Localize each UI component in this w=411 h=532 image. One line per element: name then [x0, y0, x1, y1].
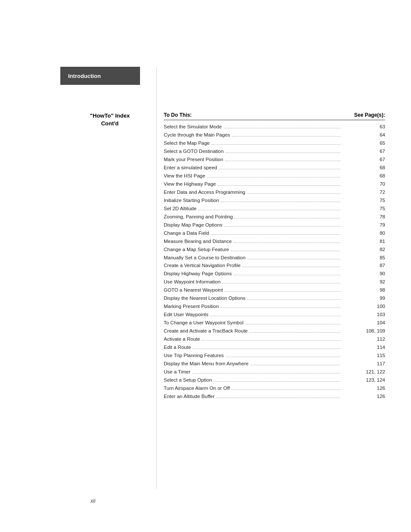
row-task: Edit a Route [164, 343, 342, 352]
table-row: GOTO a Nearest Waypoint98 [164, 286, 385, 294]
table-row: Select the Map Page65 [164, 139, 385, 147]
row-page: 103 [342, 311, 385, 319]
table-row: Use a Timer121, 122 [164, 368, 385, 376]
row-page: 98 [342, 286, 385, 294]
row-page: 117 [342, 360, 385, 368]
row-page: 82 [342, 246, 385, 254]
table-header: To Do This: See Page(s): [164, 112, 385, 120]
sidebar-title: "HowTo" Index Cont'd [69, 112, 151, 128]
row-page: 123, 124 [342, 376, 385, 384]
row-page: 75 [342, 196, 385, 205]
row-task: Manually Set a Course to Destination [164, 254, 342, 262]
introduction-tab-label: Introduction [68, 73, 101, 79]
table-row: Create a Vertical Navigation Profile87 [164, 261, 385, 270]
row-page: 78 [342, 213, 385, 221]
divider-line [156, 67, 157, 489]
row-page: 112 [342, 335, 385, 343]
row-page: 68 [342, 164, 385, 172]
row-task: Select the Simulator Mode [164, 123, 342, 131]
main-content: To Do This: See Page(s): Select the Simu… [164, 112, 385, 401]
row-page: 72 [342, 188, 385, 196]
table-row: Enter a simulated speed68 [164, 164, 385, 172]
row-task: Use Waypoint Information [164, 278, 342, 286]
row-task: Use a Timer [164, 368, 342, 376]
row-task: Use Trip Planning Features [164, 352, 342, 360]
row-task: Enter a simulated speed [164, 164, 342, 172]
table-row: Measure Bearing and Distance81 [164, 237, 385, 246]
row-task: Display Highway Page Options [164, 270, 342, 278]
row-task: To Change a User Waypoint Symbol [164, 319, 342, 327]
table-row: Cycle through the Main Pages64 [164, 131, 385, 139]
row-task: Enter an Altitude Buffer [164, 392, 342, 401]
row-task: Display the Nearest Location Options [164, 294, 342, 302]
table-row: Manually Set a Course to Destination85 [164, 254, 385, 262]
row-task: Change a Map Setup Feature [164, 246, 342, 254]
row-task: Change a Data Field [164, 229, 342, 237]
row-page: 99 [342, 294, 385, 302]
table-row: Select a GOTO Destination67 [164, 147, 385, 156]
table-row: Change a Map Setup Feature82 [164, 246, 385, 254]
row-page: 67 [342, 147, 385, 156]
table-row: Use Waypoint Information92 [164, 278, 385, 286]
row-task: Create a Vertical Navigation Profile [164, 261, 342, 270]
row-page: 67 [342, 156, 385, 164]
row-page: 85 [342, 254, 385, 262]
table-row: Select the Simulator Mode63 [164, 123, 385, 131]
row-task: Activate a Route [164, 335, 342, 343]
table-row: Edit a Route114 [164, 343, 385, 352]
row-task: Set 2D Altitude [164, 205, 342, 213]
row-page: 70 [342, 180, 385, 188]
row-page: 92 [342, 278, 385, 286]
row-task: Select a Setup Option [164, 376, 342, 384]
row-task: Select a GOTO Destination [164, 147, 342, 156]
page-container: Introduction "HowTo" Index Cont'd To Do … [0, 0, 411, 532]
row-task: Marking Present Position [164, 302, 342, 311]
table-row: View the Highway Page70 [164, 180, 385, 188]
table-row: Display Map Page Options79 [164, 221, 385, 229]
row-page: 108, 109 [342, 327, 385, 335]
table-row: Display Highway Page Options90 [164, 270, 385, 278]
row-task: Measure Bearing and Distance [164, 237, 342, 246]
page-number: xii [90, 498, 95, 504]
col-page-header: See Page(s): [342, 112, 385, 118]
row-page: 114 [342, 343, 385, 352]
row-task: View the HSI Page [164, 172, 342, 180]
row-page: 64 [342, 131, 385, 139]
introduction-tab: Introduction [60, 67, 140, 85]
row-page: 121, 122 [342, 368, 385, 376]
table-row: Use Trip Planning Features115 [164, 352, 385, 360]
sidebar: "HowTo" Index Cont'd [69, 112, 151, 128]
table-row: View the HSI Page68 [164, 172, 385, 180]
table-body: Select the Simulator Mode63Cycle through… [164, 123, 385, 401]
row-task: Turn Airspace Alarm On or Off [164, 384, 342, 392]
table-row: Turn Airspace Alarm On or Off126 [164, 384, 385, 392]
row-task: Edit User Waypoints [164, 311, 342, 319]
row-task: Cycle through the Main Pages [164, 131, 342, 139]
row-page: 68 [342, 172, 385, 180]
row-page: 81 [342, 237, 385, 246]
row-task: View the Highway Page [164, 180, 342, 188]
table-row: Set 2D Altitude75 [164, 205, 385, 213]
row-page: 90 [342, 270, 385, 278]
row-task: Enter Data and Access Programming [164, 188, 342, 196]
row-task: GOTO a Nearest Waypoint [164, 286, 342, 294]
row-page: 75 [342, 205, 385, 213]
row-page: 104 [342, 319, 385, 327]
row-task: Select the Map Page [164, 139, 342, 147]
table-row: Zooming, Panning and Pointing78 [164, 213, 385, 221]
table-row: Enter Data and Access Programming72 [164, 188, 385, 196]
row-task: Zooming, Panning and Pointing [164, 213, 342, 221]
table-row: Change a Data Field80 [164, 229, 385, 237]
table-row: Marking Present Position100 [164, 302, 385, 311]
row-page: 100 [342, 302, 385, 311]
row-page: 87 [342, 261, 385, 270]
table-row: Select a Setup Option123, 124 [164, 376, 385, 384]
row-task: Mark your Present Position [164, 156, 342, 164]
table-row: Enter an Altitude Buffer126 [164, 392, 385, 401]
table-row: Initialize Starting Position75 [164, 196, 385, 205]
table-row: Display the Main Menu from Anywhere117 [164, 360, 385, 368]
row-task: Display the Main Menu from Anywhere [164, 360, 342, 368]
row-task: Display Map Page Options [164, 221, 342, 229]
col-task-header: To Do This: [164, 112, 342, 118]
row-task: Initialize Starting Position [164, 196, 342, 205]
